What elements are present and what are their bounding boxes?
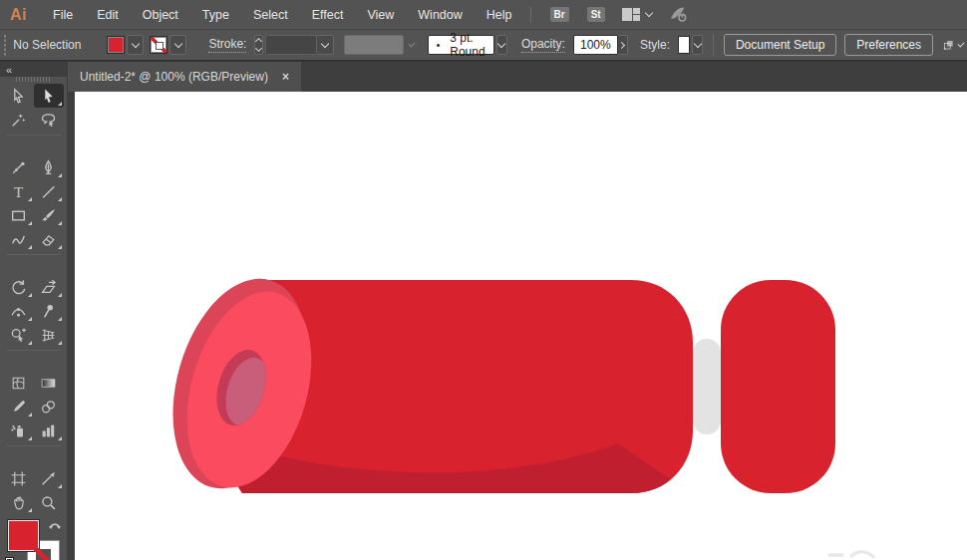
- gpu-performance-icon[interactable]: [670, 6, 687, 23]
- document-tab[interactable]: Untitled-2* @ 100% (RGB/Preview) ×: [68, 62, 301, 92]
- width-icon: [10, 303, 27, 320]
- close-icon[interactable]: ×: [282, 70, 289, 84]
- rectangle-icon: [10, 207, 27, 224]
- fill-color-control[interactable]: [107, 35, 144, 55]
- artboard-icon: [10, 470, 27, 487]
- fill-color-dropdown[interactable]: [127, 35, 144, 55]
- brush-definition-combo[interactable]: • 3 pt. Round: [428, 35, 494, 55]
- stock-button[interactable]: St: [587, 7, 605, 22]
- brush-definition-dropdown[interactable]: [496, 35, 507, 55]
- stroke-color-swatch[interactable]: [150, 36, 167, 54]
- cursor-filled-icon: [40, 88, 57, 105]
- mesh-icon: [10, 375, 27, 392]
- opacity-input[interactable]: 100%: [573, 35, 618, 55]
- menu-item-help[interactable]: Help: [475, 8, 524, 22]
- style-dropdown[interactable]: [692, 35, 703, 55]
- magic-wand-tool[interactable]: [4, 108, 34, 132]
- scale-icon: [40, 279, 57, 296]
- shape-builder-tool[interactable]: [4, 323, 34, 347]
- salami-end-knot[interactable]: [721, 280, 835, 493]
- swap-fill-stroke-icon[interactable]: [48, 519, 62, 532]
- cursor-outline-icon: [10, 88, 27, 105]
- curvature-tool[interactable]: [4, 155, 34, 179]
- tool-grid: T: [0, 84, 67, 514]
- width-tool[interactable]: [4, 299, 34, 323]
- stroke-weight-dropdown[interactable]: [317, 35, 334, 55]
- zoom-tool[interactable]: [34, 490, 64, 514]
- preferences-button[interactable]: Preferences: [844, 34, 933, 56]
- mesh-tool[interactable]: [4, 371, 34, 395]
- slice-tool[interactable]: [34, 466, 64, 490]
- menu-item-object[interactable]: Object: [131, 8, 190, 22]
- menu-item-view[interactable]: View: [355, 8, 406, 22]
- document-setup-button[interactable]: Document Setup: [724, 34, 836, 56]
- artboard-tool[interactable]: [4, 466, 34, 490]
- tool-group-divider: [4, 251, 64, 258]
- tools-panel-grip[interactable]: [0, 77, 67, 82]
- selection-tool[interactable]: [4, 84, 34, 108]
- variable-width-profile-dropdown: [344, 35, 403, 55]
- rectangle-tool[interactable]: [4, 203, 34, 227]
- salami-tie[interactable]: [693, 339, 721, 434]
- perspective-grid-tool[interactable]: [34, 323, 64, 347]
- panel-grip[interactable]: [3, 34, 7, 56]
- chevron-down-icon: [693, 40, 701, 48]
- eraser-tool[interactable]: [34, 227, 64, 251]
- symbol-sprayer-tool[interactable]: [4, 419, 34, 442]
- perspective-grid-icon: [40, 327, 57, 344]
- symbol-sprayer-icon: [10, 422, 27, 439]
- menu-item-window[interactable]: Window: [406, 8, 474, 22]
- column-graph-tool[interactable]: [34, 419, 64, 442]
- opacity-label[interactable]: Opacity:: [521, 37, 565, 53]
- workspace-switcher-icon[interactable]: [622, 8, 640, 21]
- eyedropper-tool[interactable]: [4, 395, 34, 419]
- blend-tool[interactable]: [34, 395, 64, 419]
- lasso-tool[interactable]: [34, 108, 64, 132]
- shaper-tool[interactable]: [4, 227, 34, 251]
- stroke-label[interactable]: Stroke:: [208, 37, 246, 53]
- lasso-icon: [40, 112, 57, 129]
- shaper-icon: [10, 231, 27, 248]
- chevron-down-icon[interactable]: [957, 40, 964, 47]
- chevron-down-icon[interactable]: [644, 9, 652, 17]
- menu-item-select[interactable]: Select: [241, 8, 300, 22]
- type-tool[interactable]: T: [4, 179, 34, 203]
- tool-group-divider: [4, 442, 64, 449]
- slice-icon: [40, 470, 57, 487]
- style-swatch[interactable]: [678, 36, 690, 54]
- line-segment-tool[interactable]: [34, 179, 64, 203]
- chevron-down-icon: [408, 40, 415, 47]
- magic-wand-icon: [10, 112, 27, 129]
- arrange-documents-icon[interactable]: [943, 36, 955, 54]
- document-column: Untitled-2* @ 100% (RGB/Preview) ×: [67, 62, 967, 560]
- tool-group-divider: [4, 347, 64, 354]
- gradient-tool[interactable]: [34, 371, 64, 395]
- menu-divider: [530, 7, 531, 23]
- artboard-canvas[interactable]: [75, 92, 967, 560]
- menu-item-type[interactable]: Type: [190, 8, 241, 22]
- scale-tool[interactable]: [34, 275, 64, 299]
- stroke-color-control[interactable]: [150, 35, 186, 55]
- style-label: Style:: [640, 38, 670, 52]
- stroke-weight-control[interactable]: [265, 35, 334, 55]
- puppet-warp-tool[interactable]: [34, 299, 64, 323]
- fill-color-swatch[interactable]: [107, 36, 125, 54]
- artwork-fragment: [828, 552, 874, 558]
- rotate-tool[interactable]: [4, 275, 34, 299]
- menu-item-edit[interactable]: Edit: [85, 8, 131, 22]
- bridge-button[interactable]: Br: [550, 7, 569, 22]
- hand-tool[interactable]: [4, 490, 34, 514]
- collapse-panel-button[interactable]: «: [6, 64, 13, 76]
- stroke-color-dropdown[interactable]: [169, 35, 186, 55]
- stroke-weight-stepper[interactable]: [254, 35, 263, 55]
- opacity-next-button[interactable]: [618, 35, 628, 55]
- hand-icon: [10, 494, 27, 511]
- stroke-indicator[interactable]: [27, 540, 60, 560]
- menu-item-effect[interactable]: Effect: [300, 8, 356, 22]
- menu-item-file[interactable]: File: [41, 8, 85, 22]
- gradient-icon: [40, 375, 57, 392]
- stroke-weight-input[interactable]: [265, 35, 317, 55]
- pen-tool[interactable]: [34, 155, 64, 179]
- paintbrush-tool[interactable]: [34, 203, 64, 227]
- direct-selection-tool[interactable]: [34, 84, 64, 108]
